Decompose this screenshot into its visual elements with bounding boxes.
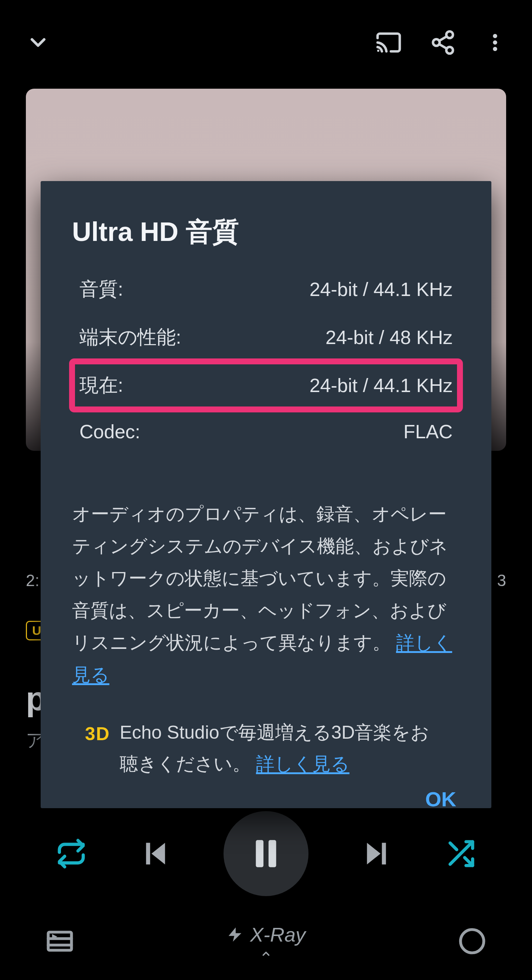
svg-marker-9 bbox=[151, 843, 165, 865]
collapse-icon[interactable] bbox=[26, 30, 50, 55]
xray-button[interactable]: X-Ray bbox=[227, 923, 305, 959]
svg-point-23 bbox=[461, 930, 484, 953]
svg-rect-18 bbox=[48, 932, 71, 950]
svg-line-5 bbox=[439, 45, 447, 49]
next-track-icon[interactable] bbox=[360, 837, 393, 870]
share-icon[interactable] bbox=[430, 29, 456, 56]
dialog-description: オーディオのプロパティは、録音、オペレーティングシステムのデバイス機能、およびネ… bbox=[72, 498, 460, 691]
svg-point-0 bbox=[377, 49, 380, 52]
row-value: 24-bit / 48 KHz bbox=[326, 326, 453, 348]
time-total: 3 bbox=[497, 571, 506, 590]
play-pause-button[interactable] bbox=[224, 811, 308, 896]
time-elapsed: 2: bbox=[26, 571, 40, 590]
previous-track-icon[interactable] bbox=[139, 837, 172, 870]
three-d-learn-more-link[interactable]: 詳しく見る bbox=[256, 754, 349, 774]
bolt-icon bbox=[227, 926, 243, 943]
more-icon[interactable] bbox=[484, 29, 506, 56]
pause-icon bbox=[246, 833, 286, 874]
row-codec: Codec: FLAC bbox=[72, 409, 460, 454]
svg-marker-22 bbox=[229, 928, 241, 942]
svg-line-17 bbox=[450, 843, 457, 850]
svg-point-7 bbox=[493, 40, 497, 45]
row-quality: 音質: 24-bit / 44.1 KHz bbox=[72, 265, 460, 313]
row-label: 端末の性能: bbox=[79, 325, 181, 350]
bottom-bar: X-Ray bbox=[0, 902, 532, 980]
svg-marker-13 bbox=[367, 843, 381, 865]
audio-quality-dialog: Ultra HD 音質 音質: 24-bit / 44.1 KHz 端末の性能:… bbox=[41, 181, 491, 808]
svg-point-8 bbox=[493, 47, 497, 51]
dialog-title: Ultra HD 音質 bbox=[72, 214, 460, 250]
alexa-icon[interactable] bbox=[457, 926, 488, 957]
ok-button[interactable]: OK bbox=[422, 780, 460, 819]
repeat-icon[interactable] bbox=[56, 838, 87, 870]
chevron-up-icon bbox=[256, 948, 276, 959]
quality-rows: 音質: 24-bit / 44.1 KHz 端末の性能: 24-bit / 48… bbox=[72, 265, 460, 454]
row-label: 現在: bbox=[79, 372, 123, 398]
queue-icon[interactable] bbox=[44, 926, 75, 957]
svg-rect-12 bbox=[268, 840, 276, 867]
row-value: 24-bit / 44.1 KHz bbox=[310, 278, 453, 301]
shuffle-icon[interactable] bbox=[445, 838, 476, 870]
row-label: Codec: bbox=[79, 420, 140, 443]
row-label: 音質: bbox=[79, 277, 123, 302]
row-current: 現在: 24-bit / 44.1 KHz bbox=[72, 361, 460, 409]
cast-icon[interactable] bbox=[375, 29, 402, 56]
three-d-promo: 3D Echo Studioで毎週増える3D音楽をお聴きください。 詳しく見る bbox=[72, 717, 460, 780]
svg-rect-14 bbox=[382, 843, 386, 865]
xray-label: X-Ray bbox=[250, 923, 305, 946]
row-device-capability: 端末の性能: 24-bit / 48 KHz bbox=[72, 313, 460, 361]
row-value: FLAC bbox=[403, 420, 453, 443]
player-header bbox=[0, 0, 532, 85]
svg-point-6 bbox=[493, 34, 497, 38]
svg-rect-11 bbox=[256, 840, 264, 867]
svg-line-4 bbox=[439, 37, 447, 41]
transport-controls bbox=[0, 806, 532, 902]
three-d-badge: 3D bbox=[85, 717, 110, 780]
svg-rect-10 bbox=[146, 843, 150, 865]
row-value: 24-bit / 44.1 KHz bbox=[310, 374, 453, 396]
